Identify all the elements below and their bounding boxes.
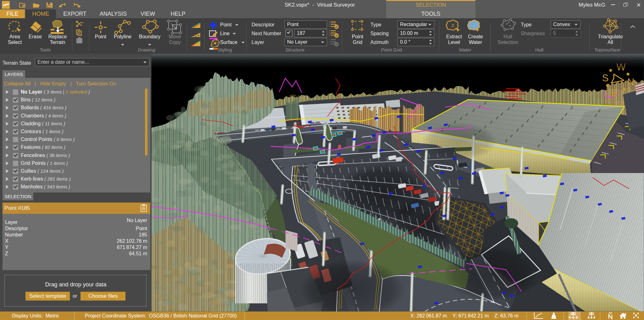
svg-text:S: S (602, 73, 609, 84)
svg-text:E: E (611, 87, 618, 98)
svg-text:z: z (452, 23, 454, 28)
svg-text:N: N (627, 77, 634, 88)
